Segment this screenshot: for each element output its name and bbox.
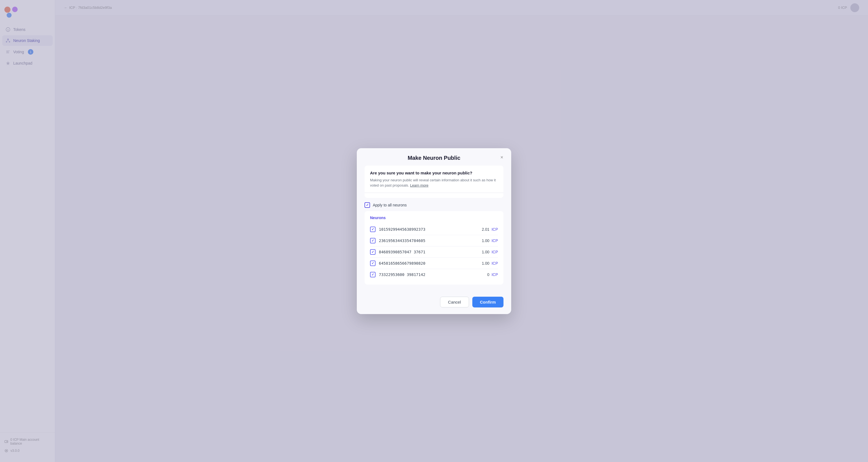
neuron-amount-2: 1.00 ICP xyxy=(482,250,498,254)
modal-title: Make Neuron Public xyxy=(407,155,460,161)
neuron-id-2: 84689390857047 37671 xyxy=(379,250,482,254)
neuron-amount-3: 1.00 ICP xyxy=(482,261,498,265)
neurons-section-header: Neurons xyxy=(370,215,498,220)
cancel-button[interactable]: Cancel xyxy=(440,297,469,308)
warning-description: Making your neuron public will reveal ce… xyxy=(370,177,498,188)
icp-label-3: ICP xyxy=(492,261,498,265)
modal-backdrop: Make Neuron Public × Are you sure you wa… xyxy=(0,0,868,462)
neuron-row: 84689390857047 37671 1.00 ICP xyxy=(370,247,498,258)
neuron-amount-4: 0 ICP xyxy=(487,272,498,277)
modal-header: Make Neuron Public × xyxy=(357,148,511,166)
apply-all-checkbox[interactable] xyxy=(365,202,370,208)
modal-warning-box: Are you sure you want to make your neuro… xyxy=(365,166,503,198)
icp-label-2: ICP xyxy=(492,250,498,254)
neuron-id-3: 64581658656679890820 xyxy=(379,261,482,265)
neuron-row: 10159299445638992373 2.01 ICP xyxy=(370,224,498,235)
neuron-id-0: 10159299445638992373 xyxy=(379,227,482,232)
neuron-checkbox-3[interactable] xyxy=(370,261,376,266)
make-neuron-public-modal: Make Neuron Public × Are you sure you wa… xyxy=(357,148,511,314)
apply-all-section: Apply to all neurons xyxy=(365,202,503,208)
modal-footer: Cancel Confirm xyxy=(357,292,511,314)
warning-title: Are you sure you want to make your neuro… xyxy=(370,171,498,175)
neuron-amount-1: 1.00 ICP xyxy=(482,238,498,243)
icp-label-0: ICP xyxy=(492,227,498,232)
neuron-row: 23619563443354784605 1.00 ICP xyxy=(370,235,498,247)
confirm-button[interactable]: Confirm xyxy=(472,297,504,308)
neuron-checkbox-1[interactable] xyxy=(370,238,376,243)
neuron-row: 73322953600 39817142 0 ICP xyxy=(370,269,498,280)
neuron-id-1: 23619563443354784605 xyxy=(379,238,482,243)
neuron-row: 64581658656679890820 1.00 ICP xyxy=(370,258,498,269)
modal-body: Are you sure you want to make your neuro… xyxy=(357,166,511,292)
neuron-amount-0: 2.01 ICP xyxy=(482,227,498,232)
neuron-id-4: 73322953600 39817142 xyxy=(379,272,487,277)
neuron-checkbox-4[interactable] xyxy=(370,272,376,277)
apply-all-label: Apply to all neurons xyxy=(373,203,407,207)
learn-more-link[interactable]: Learn more xyxy=(410,183,428,187)
icp-label-4: ICP xyxy=(492,272,498,277)
modal-close-button[interactable]: × xyxy=(498,154,506,162)
icp-label-1: ICP xyxy=(492,238,498,243)
neuron-checkbox-0[interactable] xyxy=(370,227,376,232)
neurons-list-box: Neurons 10159299445638992373 2.01 ICP 23… xyxy=(365,211,503,285)
neuron-checkbox-2[interactable] xyxy=(370,249,376,255)
